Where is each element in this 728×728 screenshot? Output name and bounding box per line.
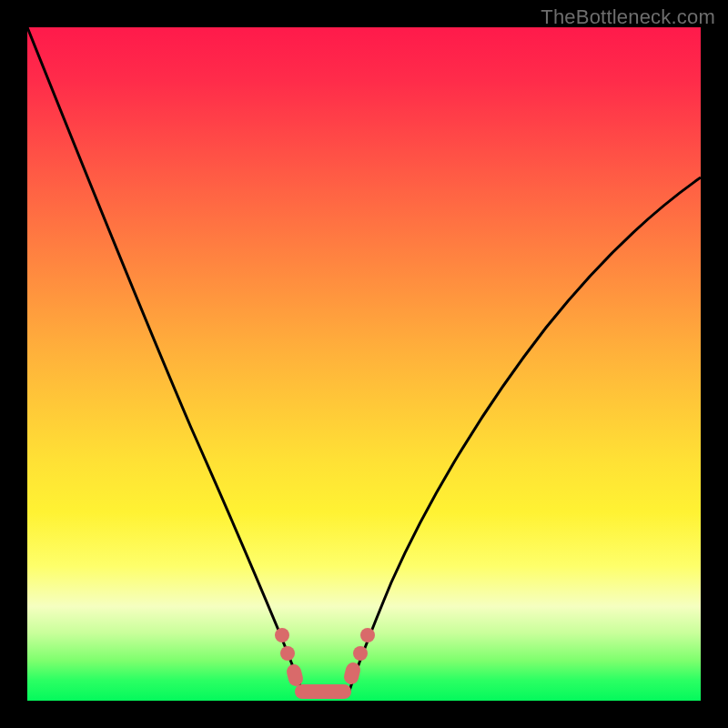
watermark-text: TheBottleneck.com	[541, 5, 715, 29]
left-curve	[27, 27, 304, 696]
right-curve	[348, 177, 701, 696]
svg-line-4	[351, 670, 353, 677]
curves-svg	[27, 27, 701, 701]
svg-line-2	[294, 672, 296, 679]
chart-frame: TheBottleneck.com	[0, 0, 728, 728]
valley-marker	[282, 635, 368, 692]
plot-area	[27, 27, 701, 701]
